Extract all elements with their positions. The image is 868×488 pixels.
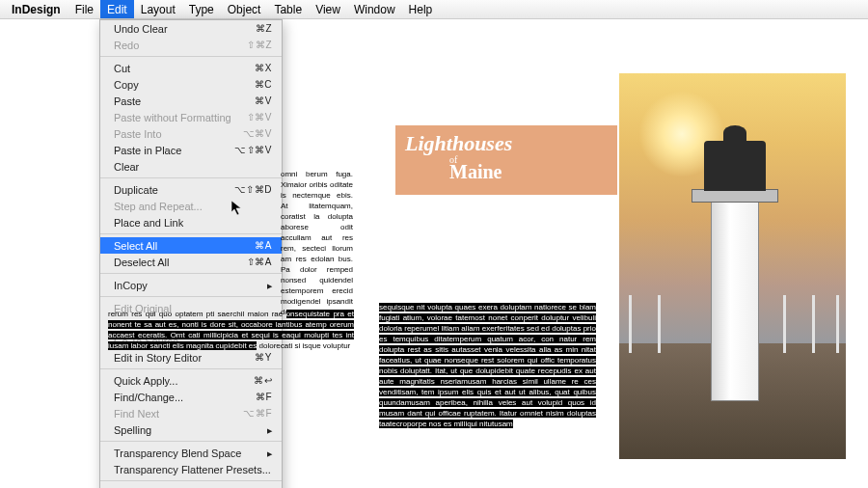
lighthouse-image[interactable] bbox=[619, 73, 846, 459]
unselected-text: rerum res qui quo optatem pti saerchil m… bbox=[108, 310, 283, 318]
document-canvas: Lighthouses of Maine omni berum fuga. Xi… bbox=[0, 19, 868, 488]
text-frame-2[interactable]: sequisque nit volupta quaes exera dolupt… bbox=[379, 302, 596, 451]
selected-text: sequisque nit volupta quaes exera dolupt… bbox=[379, 303, 596, 428]
text-frame-1-bottom[interactable]: rerum res qui quo optatem pti saerchil m… bbox=[108, 309, 354, 453]
menu-help[interactable]: Help bbox=[402, 0, 440, 18]
menu-view[interactable]: View bbox=[309, 0, 347, 18]
menu-table[interactable]: Table bbox=[267, 0, 309, 18]
menu-object[interactable]: Object bbox=[221, 0, 268, 18]
title-block[interactable]: Lighthouses of Maine bbox=[395, 125, 617, 195]
app-name: InDesign bbox=[4, 3, 68, 16]
menu-layout[interactable]: Layout bbox=[134, 0, 182, 18]
text-frame-1-top[interactable]: omni berum fuga. Ximaior oribis oditate … bbox=[281, 169, 353, 265]
menu-edit[interactable]: Edit bbox=[100, 0, 134, 18]
title-line3: Maine bbox=[395, 161, 617, 183]
title-line1: Lighthouses bbox=[395, 125, 617, 156]
menu-window[interactable]: Window bbox=[347, 0, 402, 18]
menu-file[interactable]: File bbox=[68, 0, 100, 18]
unselected-text: dolorecati si isque voluptur bbox=[259, 341, 351, 350]
menubar: InDesign File Edit Layout Type Object Ta… bbox=[0, 0, 868, 19]
menu-type[interactable]: Type bbox=[182, 0, 221, 18]
